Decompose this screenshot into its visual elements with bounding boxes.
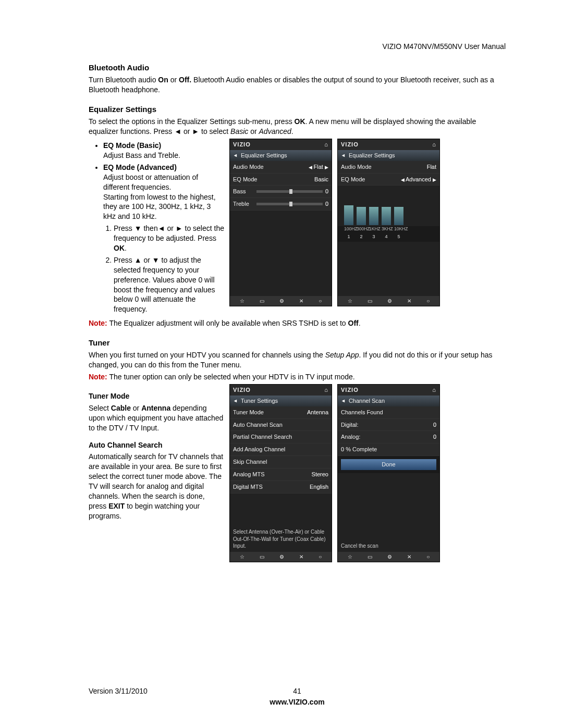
row-audio-mode: Audio Mode Flat: [338, 161, 439, 174]
menu-title: Tuner Settings: [241, 397, 278, 405]
eq-step-2: Press ▲ or ▼ to adjust the selected freq…: [114, 255, 224, 314]
brand-label: VIZIO: [341, 386, 359, 394]
version-label: Version 3/11/2010: [89, 686, 193, 707]
back-icon: ◄: [233, 152, 238, 158]
heading-tuner: Tuner: [89, 338, 506, 348]
screenshot-eq-basic: VIZIO ⌂ ◄ Equalizer Settings Audio Mode …: [229, 139, 332, 306]
home-icon: ⌂: [324, 141, 328, 149]
page-content: Bluetooth Audio Turn Bluetooth audio On …: [89, 63, 506, 562]
shot-footer-icons: ☆ ▭ ⚙ ✕ ○: [230, 296, 332, 306]
eq-bar-chart: [338, 186, 439, 226]
row-tuner-mode: Tuner Mode Antenna: [230, 406, 332, 419]
home-icon: ⌂: [324, 386, 328, 394]
home-icon: ⌂: [432, 141, 436, 149]
tuner-note: Note: The tuner option can only be selec…: [89, 372, 506, 382]
row-analog-mts: Analog MTS Stereo: [230, 468, 332, 481]
eq-paragraph: To select the options in the Equalizer S…: [89, 117, 506, 137]
row-treble: Treble 0: [230, 198, 332, 211]
eq-freq-labels: 100HZ 300HZ 1KHZ 3KHZ 10KHZ: [338, 226, 439, 233]
screenshot-tuner-settings: VIZIO ⌂ ◄ Tuner Settings Tuner Mode Ante…: [229, 384, 332, 562]
eq-note: Note: The Equalizer adjustment will only…: [89, 318, 506, 328]
row-channels-found: Channels Found: [338, 406, 439, 419]
eq-basic-item: EQ Mode (Basic) Adjust Bass and Treble.: [103, 141, 224, 161]
tuner-text-col: Tuner Mode Select Cable or Antenna depen…: [89, 384, 224, 562]
bt-paragraph: Turn Bluetooth audio On or Off. Bluetoot…: [89, 75, 506, 95]
tuner-mode-text: Select Cable or Antenna depending upon w…: [89, 403, 224, 433]
menu-title: Equalizer Settings: [241, 152, 287, 159]
home-icon: ⌂: [432, 386, 436, 394]
brand-label: VIZIO: [341, 141, 359, 149]
menu-title: Equalizer Settings: [349, 152, 395, 159]
auto-channel-search-text: Automatically search for TV channels tha…: [89, 452, 224, 521]
page-footer: Version 3/11/2010 41 www.VIZIO.com: [89, 686, 506, 707]
screenshot-eq-advanced: VIZIO ⌂ ◄ Equalizer Settings Audio Mode …: [337, 139, 440, 306]
brand-label: VIZIO: [233, 141, 251, 149]
tuner-hint: Select Antenna (Over-The-Air) or Cable O…: [230, 526, 332, 552]
heading-eq: Equalizer Settings: [89, 104, 506, 115]
heading-tuner-mode: Tuner Mode: [89, 391, 224, 401]
row-percent-complete: 0 % Complete: [338, 443, 439, 456]
document-page: VIZIO M470NV/M550NV User Manual Bluetoot…: [0, 0, 563, 728]
manual-title: VIZIO M470NV/M550NV User Manual: [382, 42, 506, 52]
row-analog-count: Analog: 0: [338, 431, 439, 443]
back-icon: ◄: [341, 152, 346, 158]
scan-hint: Cancel the scan: [338, 540, 439, 552]
row-digital-mts: Digital MTS English: [230, 481, 332, 493]
shot-footer-icons: ☆ ▭ ⚙ ✕ ○: [338, 552, 439, 562]
row-eq-mode: EQ Mode ◀ Advanced ▶: [338, 174, 439, 186]
tuner-paragraph: When you first turned on your HDTV you s…: [89, 350, 506, 370]
screenshot-channel-scan: VIZIO ⌂ ◄ Channel Scan Channels Found Di…: [337, 384, 440, 562]
back-icon: ◄: [233, 398, 238, 404]
heading-bluetooth: Bluetooth Audio: [89, 63, 506, 73]
row-auto-channel-scan: Auto Channel Scan: [230, 419, 332, 431]
row-add-analog-channel: Add Analog Channel: [230, 443, 332, 456]
shot-footer-icons: ☆ ▭ ⚙ ✕ ○: [338, 296, 439, 306]
eq-adv-item: EQ Mode (Advanced) Adjust boost or atten…: [103, 163, 224, 314]
shot-footer-icons: ☆ ▭ ⚙ ✕ ○: [230, 552, 332, 562]
menu-title: Channel Scan: [349, 397, 385, 405]
url-label: www.VIZIO.com: [193, 697, 401, 707]
row-audio-mode: Audio Mode ◀ Flat ▶: [230, 161, 332, 174]
eq-step-1: Press ▼ then◄ or ► to select the frequen…: [114, 224, 224, 253]
row-digital-count: Digital: 0: [338, 419, 439, 431]
done-button: Done: [341, 459, 436, 470]
row-skip-channel: Skip Channel: [230, 456, 332, 468]
page-number: 41: [193, 686, 401, 696]
back-icon: ◄: [341, 398, 346, 404]
row-bass: Bass 0: [230, 186, 332, 198]
brand-label: VIZIO: [233, 386, 251, 394]
heading-auto-channel-search: Auto Channel Search: [89, 440, 224, 450]
row-partial-channel-search: Partial Channel Search: [230, 431, 332, 443]
eq-freq-nums: 1 2 3 4 5: [338, 233, 439, 242]
row-eq-mode: EQ Mode Basic: [230, 174, 332, 186]
eq-bullets: EQ Mode (Basic) Adjust Bass and Treble. …: [89, 139, 224, 316]
